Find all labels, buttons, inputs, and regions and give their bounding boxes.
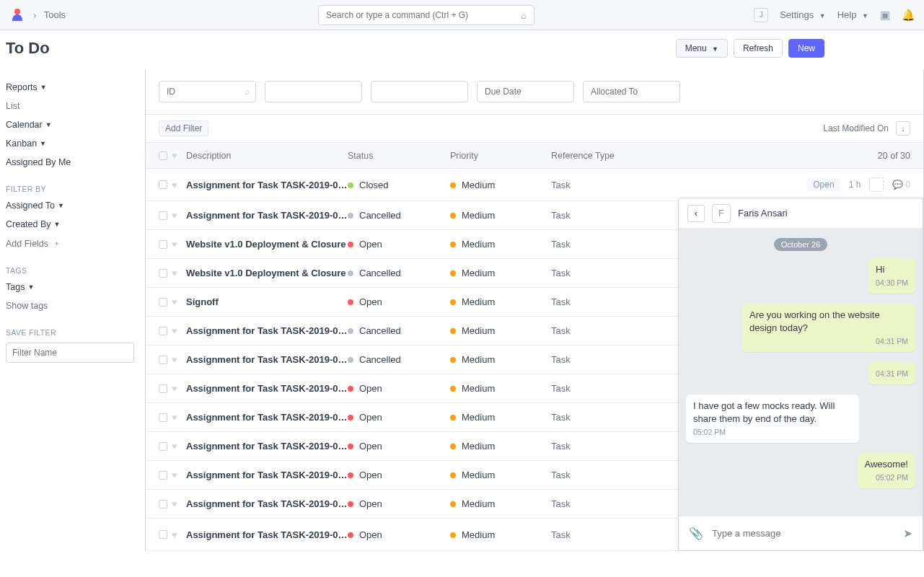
heart-icon[interactable]: ♥ <box>172 239 177 250</box>
heart-icon[interactable]: ♥ <box>172 296 177 307</box>
row-reference: Task <box>551 210 695 221</box>
row-description[interactable]: Assignment for Task TASK-2019-00… <box>186 383 348 394</box>
heart-icon[interactable]: ♥ <box>172 210 177 221</box>
heart-icon[interactable]: ♥ <box>172 354 177 365</box>
breadcrumb[interactable]: Tools <box>44 9 66 20</box>
filter-due-date[interactable] <box>477 81 574 102</box>
sidebar-item[interactable]: Tags▼ <box>6 278 139 296</box>
row-status: Open <box>348 498 450 509</box>
sidebar-item[interactable]: Created By▼ <box>6 215 139 234</box>
row-description[interactable]: Assignment for Task TASK-2019-00… <box>186 470 348 480</box>
row-status: Open <box>348 383 450 394</box>
row-checkbox[interactable] <box>159 240 167 249</box>
sort-field[interactable]: Last Modified On <box>823 123 889 133</box>
row-priority: Medium <box>450 441 551 452</box>
select-all-checkbox[interactable] <box>159 151 167 160</box>
filter-blank-2[interactable] <box>371 81 468 102</box>
row-count: 20 of 30 <box>878 151 910 161</box>
row-reference: Task <box>551 412 695 423</box>
chat-icon[interactable]: ▣ <box>880 9 890 22</box>
heart-icon[interactable]: ♥ <box>172 529 177 540</box>
sidebar-item[interactable]: Show tags <box>6 296 139 315</box>
row-description[interactable]: Signoff <box>186 296 348 307</box>
heart-icon[interactable]: ♥ <box>172 470 177 480</box>
search-input[interactable] <box>326 10 521 20</box>
row-description[interactable]: Assignment for Task TASK-2019-00… <box>186 325 348 336</box>
row-checkbox[interactable] <box>159 413 167 422</box>
global-search[interactable]: ⌕ <box>318 5 534 25</box>
refresh-button[interactable]: Refresh <box>734 39 783 58</box>
comment-count[interactable]: 💬0 <box>892 180 910 190</box>
col-priority[interactable]: Priority <box>450 151 551 161</box>
assignee-placeholder[interactable] <box>869 177 884 192</box>
chat-back-button[interactable]: ‹ <box>687 205 705 222</box>
col-description[interactable]: Description <box>186 151 348 161</box>
row-description[interactable]: Assignment for Task TASK-2019-00… <box>186 498 348 509</box>
menu-button[interactable]: Menu ▼ <box>676 39 728 58</box>
row-description[interactable]: Assignment for Task TASK-2019-00… <box>186 529 348 540</box>
new-button[interactable]: New <box>788 39 824 58</box>
row-checkbox[interactable] <box>159 269 167 278</box>
row-meta: Open1 h💬0 <box>807 177 910 192</box>
chat-message-input[interactable] <box>712 528 894 539</box>
sidebar-item[interactable]: Assigned By Me <box>6 153 139 172</box>
sidebar-item[interactable]: Add Fields＋ <box>6 234 139 253</box>
row-description[interactable]: Website v1.0 Deployment & Closure <box>186 268 348 278</box>
row-description[interactable]: Assignment for Task TASK-2019-00… <box>186 180 348 190</box>
page-head: To Do Menu ▼ Refresh New <box>0 30 924 69</box>
col-status[interactable]: Status <box>348 151 450 161</box>
sidebar-item[interactable]: Assigned To▼ <box>6 196 139 215</box>
app-logo-icon[interactable] <box>9 6 26 24</box>
row-checkbox[interactable] <box>159 500 167 508</box>
chat-body[interactable]: October 26 Hi04:30 PMAre you working on … <box>679 229 923 516</box>
col-reference-type[interactable]: Reference Type <box>551 151 695 161</box>
sidebar-item[interactable]: Reports▼ <box>6 78 139 97</box>
attach-icon[interactable]: 📎 <box>689 527 703 540</box>
row-checkbox[interactable] <box>159 442 167 451</box>
svg-point-0 <box>14 9 20 14</box>
row-checkbox[interactable] <box>159 471 167 480</box>
bell-icon[interactable]: 🔔 <box>902 9 915 22</box>
settings-menu[interactable]: Settings ▼ <box>780 9 826 20</box>
sidebar-item[interactable]: List <box>6 97 139 115</box>
filter-allocated-to[interactable] <box>583 81 680 102</box>
row-checkbox[interactable] <box>159 298 167 307</box>
row-description[interactable]: Assignment for Task TASK-2019-00… <box>186 412 348 423</box>
filter-blank-1[interactable] <box>265 81 362 102</box>
user-avatar[interactable]: J <box>754 8 768 22</box>
chat-panel: ‹ F Faris Ansari October 26 Hi04:30 PMAr… <box>678 198 923 551</box>
heart-icon[interactable]: ♥ <box>172 498 177 509</box>
row-checkbox[interactable] <box>159 211 167 220</box>
row-description[interactable]: Assignment for Task TASK-2019-00… <box>186 441 348 452</box>
filter-name-input[interactable] <box>6 343 134 363</box>
sort-direction-icon[interactable]: ↓ <box>896 121 910 136</box>
sidebar-item[interactable]: Kanban▼ <box>6 134 139 153</box>
row-description[interactable]: Assignment for Task TASK-2019-00… <box>186 354 348 365</box>
row-checkbox[interactable] <box>159 180 167 189</box>
filter-id[interactable]: ⌕ <box>159 81 256 102</box>
heart-icon[interactable]: ♥ <box>172 441 177 452</box>
row-checkbox[interactable] <box>159 530 167 539</box>
priority-dot-icon <box>450 472 456 478</box>
row-description[interactable]: Website v1.0 Deployment & Closure <box>186 239 348 250</box>
row-checkbox[interactable] <box>159 384 167 393</box>
send-icon[interactable]: ➤ <box>903 527 912 540</box>
row-checkbox[interactable] <box>159 327 167 335</box>
message-time: 04:31 PM <box>876 369 908 379</box>
priority-dot-icon <box>450 299 456 305</box>
heart-icon[interactable]: ♥ <box>172 180 177 190</box>
heart-icon[interactable]: ♥ <box>172 325 177 336</box>
add-filter-button[interactable]: Add Filter <box>159 120 208 136</box>
sidebar-item[interactable]: Calendar▼ <box>6 115 139 134</box>
help-menu[interactable]: Help ▼ <box>837 9 868 20</box>
row-priority: Medium <box>450 529 551 540</box>
row-status: Closed <box>348 180 450 190</box>
heart-icon[interactable]: ♥ <box>172 268 177 278</box>
list-header: ♥ Description Status Priority Reference … <box>146 143 923 169</box>
list-row[interactable]: ♥Assignment for Task TASK-2019-00…Closed… <box>146 169 923 201</box>
row-checkbox[interactable] <box>159 356 167 364</box>
row-description[interactable]: Assignment for Task TASK-2019-00… <box>186 210 348 221</box>
heart-icon[interactable]: ♥ <box>172 383 177 394</box>
heart-icon[interactable]: ♥ <box>172 150 177 161</box>
heart-icon[interactable]: ♥ <box>172 412 177 423</box>
